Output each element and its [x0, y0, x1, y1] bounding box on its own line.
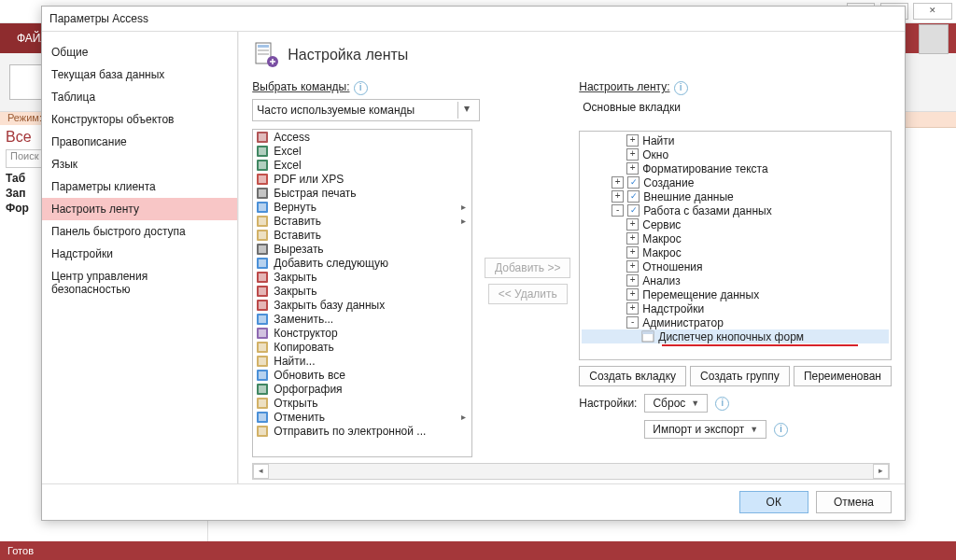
category-item[interactable]: Параметры клиента — [42, 175, 237, 198]
tree-node[interactable]: +Сервис — [582, 217, 889, 231]
svg-rect-2 — [258, 49, 269, 51]
tree-node[interactable]: +Макрос — [582, 245, 889, 259]
commands-listbox[interactable]: AccessExcelExcelPDF или XPSБыстрая печат… — [252, 129, 472, 457]
category-item[interactable]: Панель быстрого доступа — [42, 220, 237, 243]
tree-node[interactable]: +Форматирование текста — [582, 161, 889, 175]
command-item[interactable]: Найти... — [253, 354, 471, 368]
tree-node[interactable]: +Отношения — [582, 259, 889, 273]
checkbox[interactable]: ✓ — [627, 176, 640, 189]
category-item[interactable]: Таблица — [42, 86, 237, 108]
tree-node[interactable]: +Анализ — [582, 273, 889, 287]
tree-node[interactable]: -Администратор — [582, 315, 889, 329]
tree-node[interactable]: +Перемещение данных — [582, 287, 889, 301]
copy-icon — [255, 341, 270, 354]
tree-node[interactable]: +Найти — [582, 133, 889, 147]
horizontal-scrollbar[interactable]: ◂ ▸ — [252, 463, 890, 480]
scroll-left-icon[interactable]: ◂ — [253, 464, 269, 479]
checkbox[interactable]: ✓ — [627, 190, 640, 203]
expand-icon[interactable]: + — [626, 218, 639, 231]
closedb-icon — [255, 299, 270, 312]
expand-icon[interactable]: + — [626, 134, 639, 147]
info-icon[interactable]: i — [774, 423, 788, 437]
ribbon-tree[interactable]: +Найти+Окно+Форматирование текста+✓Созда… — [579, 131, 892, 360]
expand-icon[interactable]: + — [626, 274, 639, 287]
add-icon — [255, 257, 270, 270]
command-item[interactable]: Отменить▸ — [253, 410, 471, 424]
import-export-dropdown[interactable]: Импорт и экспорт▼ — [644, 420, 766, 439]
mail-icon — [255, 425, 270, 438]
svg-rect-14 — [259, 189, 266, 197]
command-item[interactable]: Закрыть — [253, 270, 471, 284]
tree-leaf[interactable]: Диспетчер кнопочных форм — [582, 329, 889, 343]
category-item[interactable]: Общие — [42, 41, 237, 63]
tree-node[interactable]: -✓Работа с базами данных — [582, 203, 889, 217]
command-item[interactable]: Конструктор — [253, 326, 471, 340]
command-item[interactable]: Закрыть базу данных — [253, 298, 471, 312]
category-item[interactable]: Язык — [42, 153, 237, 175]
collapse-icon[interactable]: - — [626, 316, 639, 329]
expand-icon[interactable]: + — [626, 148, 639, 161]
command-item[interactable]: Обновить все — [253, 368, 471, 382]
command-item[interactable]: Excel — [253, 144, 471, 158]
category-item[interactable]: Конструкторы объектов — [42, 108, 237, 131]
command-item[interactable]: Вставить — [253, 228, 471, 242]
expand-icon[interactable]: + — [626, 246, 639, 259]
command-item[interactable]: Отправить по электронной ... — [253, 424, 471, 438]
view-icon[interactable] — [9, 64, 45, 100]
xls-icon — [255, 159, 270, 172]
category-item[interactable]: Текущая база данных — [42, 63, 237, 86]
category-item[interactable]: Центр управления безопасностью — [42, 265, 237, 301]
expand-icon[interactable]: + — [626, 302, 639, 315]
expand-icon[interactable]: + — [626, 232, 639, 245]
command-item[interactable]: Копировать — [253, 340, 471, 354]
svg-rect-32 — [259, 315, 266, 323]
reset-dropdown[interactable]: Сброс▼ — [644, 394, 708, 413]
new-group-button[interactable]: Создать группу — [690, 366, 790, 386]
info-icon[interactable]: i — [715, 397, 729, 411]
tree-node[interactable]: +✓Внешние данные — [582, 189, 889, 203]
category-item[interactable]: Правописание — [42, 131, 237, 153]
svg-rect-1 — [258, 45, 269, 48]
category-item[interactable]: Настроить ленту — [42, 198, 237, 220]
new-tab-button[interactable]: Создать вкладку — [579, 366, 686, 386]
close-window-button[interactable]: ✕ — [913, 3, 952, 20]
command-item[interactable]: Access — [253, 130, 471, 144]
svg-rect-30 — [259, 301, 266, 309]
checkbox[interactable]: ✓ — [627, 204, 640, 217]
command-item[interactable]: Быстрая печать — [253, 186, 471, 200]
expand-icon[interactable]: + — [612, 190, 624, 203]
category-item[interactable]: Надстройки — [42, 243, 237, 265]
command-item[interactable]: Открыть — [253, 396, 471, 410]
command-item[interactable]: Вернуть▸ — [253, 200, 471, 214]
scroll-right-icon[interactable]: ▸ — [873, 464, 889, 479]
cancel-button[interactable]: Отмена — [816, 491, 892, 513]
command-item[interactable]: PDF или XPS — [253, 172, 471, 186]
svg-rect-50 — [642, 331, 654, 334]
tree-node[interactable]: +Макрос — [582, 231, 889, 245]
info-icon[interactable]: i — [674, 81, 688, 95]
ok-button[interactable]: ОК — [739, 491, 808, 513]
add-button[interactable]: Добавить >> — [485, 258, 570, 278]
remove-button[interactable]: << Удалить — [488, 284, 568, 304]
highlight-underline — [662, 344, 858, 346]
command-item[interactable]: Вырезать — [253, 242, 471, 256]
tree-node[interactable]: +✓Создание — [582, 175, 889, 189]
command-item[interactable]: Excel — [253, 158, 471, 172]
command-item[interactable]: Орфография — [253, 382, 471, 396]
expand-icon[interactable]: + — [626, 260, 639, 273]
collapse-icon[interactable]: - — [612, 204, 624, 217]
commands-combo[interactable]: Часто используемые команды▾ — [252, 99, 480, 121]
command-item[interactable]: Заменить... — [253, 312, 471, 326]
tree-node[interactable]: +Надстройки — [582, 301, 889, 315]
avatar[interactable] — [919, 24, 949, 54]
command-item[interactable]: Вставить▸ — [253, 214, 471, 228]
command-item[interactable]: Добавить следующую — [253, 256, 471, 270]
command-item[interactable]: Закрыть — [253, 284, 471, 298]
expand-icon[interactable]: + — [626, 288, 639, 301]
tree-node[interactable]: +Окно — [582, 147, 889, 161]
expand-icon[interactable]: + — [626, 162, 639, 175]
svg-rect-38 — [259, 357, 266, 365]
info-icon[interactable]: i — [354, 81, 368, 95]
expand-icon[interactable]: + — [612, 176, 624, 189]
rename-button[interactable]: Переименован — [794, 366, 892, 386]
